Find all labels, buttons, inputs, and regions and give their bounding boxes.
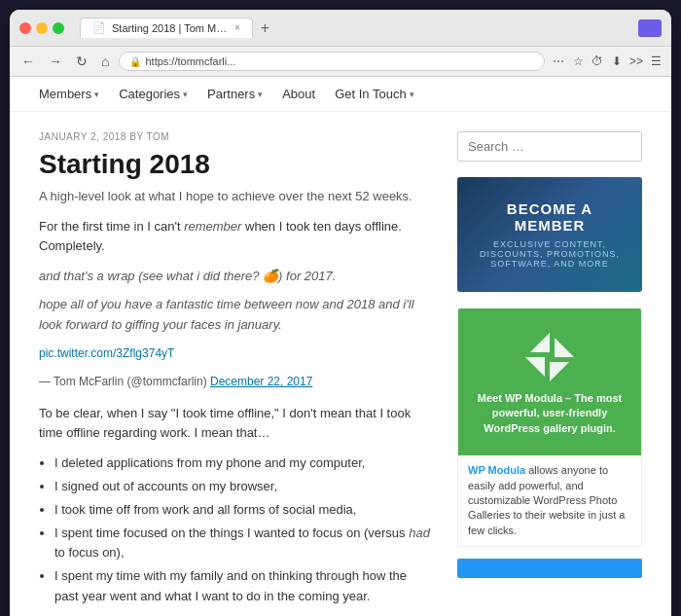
active-tab[interactable]: 📄 Starting 2018 | Tom McFarlin × bbox=[80, 18, 253, 38]
nav-categories[interactable]: Categories ▾ bbox=[119, 87, 188, 101]
address-bar: ← → ↻ ⌂ 🔒 https://tommcfarli... ⋯ ☆ ⏱ ⬇ … bbox=[10, 47, 671, 77]
nav-partners[interactable]: Partners ▾ bbox=[207, 87, 263, 101]
url-text: https://tommcfarli... bbox=[145, 55, 534, 67]
nav-get-in-touch[interactable]: Get In Touch ▾ bbox=[335, 87, 413, 101]
article-tweet-quote-2: hope all of you have a fantastic time be… bbox=[39, 295, 434, 336]
search-input[interactable] bbox=[458, 132, 641, 161]
svg-marker-4 bbox=[550, 362, 569, 381]
list-item: I signed out of accounts on my browser, bbox=[54, 477, 434, 497]
modula-logo-icon bbox=[520, 328, 579, 381]
article-tweet-link-para: pic.twitter.com/3Zflg374yT bbox=[39, 344, 434, 364]
minimize-button[interactable] bbox=[36, 22, 48, 34]
new-tab-button[interactable]: + bbox=[257, 19, 273, 37]
maximize-button[interactable] bbox=[53, 22, 64, 34]
menu-icon[interactable]: ☰ bbox=[648, 54, 663, 69]
wp-modula-graphic: Meet WP Modula – The most powerful, user… bbox=[458, 308, 641, 455]
downloads-icon[interactable]: ⬇ bbox=[609, 54, 625, 69]
become-member-banner[interactable]: BECOME A MEMBER EXCLUSIVE CONTENT, DISCO… bbox=[457, 177, 642, 292]
nav-members[interactable]: Members ▾ bbox=[39, 87, 99, 101]
article: JANUARY 2, 2018 BY TOM Starting 2018 A h… bbox=[39, 131, 434, 616]
tab-title: Starting 2018 | Tom McFarlin bbox=[112, 22, 229, 34]
article-body: For the first time in I can't remember w… bbox=[39, 217, 434, 616]
get-in-touch-arrow-icon: ▾ bbox=[410, 90, 414, 99]
traffic-lights bbox=[19, 22, 64, 34]
title-bar: 📄 Starting 2018 | Tom McFarlin × + bbox=[10, 10, 671, 47]
home-button[interactable]: ⌂ bbox=[97, 52, 113, 71]
site-nav: Members ▾ Categories ▾ Partners ▾ About … bbox=[10, 77, 671, 112]
tweet-date-link[interactable]: December 22, 2017 bbox=[210, 375, 312, 388]
list-item: I deleted applications from my phone and… bbox=[54, 453, 434, 474]
wp-modula-banner[interactable]: Meet WP Modula – The most powerful, user… bbox=[457, 308, 642, 547]
history-icon[interactable]: ⏱ bbox=[590, 54, 605, 69]
tab-favicon: 📄 bbox=[92, 21, 106, 34]
search-box bbox=[457, 131, 642, 162]
article-para-2: To be clear, when I say "I took time off… bbox=[39, 404, 434, 445]
bookmark-icon[interactable]: ☆ bbox=[570, 54, 586, 69]
more-tools-icon[interactable]: >> bbox=[628, 54, 644, 69]
article-tweet-attribution: — Tom McFarlin (@tommcfarlin) December 2… bbox=[39, 373, 434, 391]
list-item: I spent time focused on the things I wan… bbox=[54, 524, 434, 564]
become-member-subtitle: EXCLUSIVE CONTENT, DISCOUNTS, PROMOTIONS… bbox=[471, 239, 628, 269]
svg-marker-2 bbox=[530, 333, 550, 352]
svg-marker-5 bbox=[525, 357, 545, 377]
wp-modula-tagline: Meet WP Modula – The most powerful, user… bbox=[472, 391, 627, 436]
main-layout: JANUARY 2, 2018 BY TOM Starting 2018 A h… bbox=[10, 112, 671, 616]
bottom-banner bbox=[457, 559, 642, 578]
url-field[interactable]: 🔒 https://tommcfarli... bbox=[119, 52, 545, 71]
become-member-title: BECOME A MEMBER bbox=[471, 200, 628, 234]
wp-modula-description: WP Modula allows anyone to easily add po… bbox=[458, 455, 641, 546]
tab-close-icon[interactable]: × bbox=[234, 22, 240, 33]
browser-window: 📄 Starting 2018 | Tom McFarlin × + ← → ↻… bbox=[10, 10, 671, 616]
article-subtitle: A high-level look at what I hope to achi… bbox=[39, 189, 434, 203]
search-button[interactable] bbox=[641, 132, 642, 161]
sidebar: BECOME A MEMBER EXCLUSIVE CONTENT, DISCO… bbox=[457, 131, 642, 616]
refresh-button[interactable]: ↻ bbox=[72, 52, 91, 71]
members-arrow-icon: ▾ bbox=[94, 90, 99, 99]
article-tweet-quote-1: and that's a wrap (see what i did there?… bbox=[39, 267, 434, 287]
extensions-icon[interactable]: ⋯ bbox=[551, 54, 566, 69]
article-title: Starting 2018 bbox=[39, 148, 434, 181]
toolbar-icons: ⋯ ☆ ⏱ ⬇ >> ☰ bbox=[551, 54, 663, 69]
list-item: I took time off from work and all forms … bbox=[54, 500, 434, 521]
partners-arrow-icon: ▾ bbox=[258, 90, 263, 99]
close-button[interactable] bbox=[19, 22, 31, 34]
tab-bar: 📄 Starting 2018 | Tom McFarlin × + bbox=[80, 18, 630, 38]
tweet-link[interactable]: pic.twitter.com/3Zflg374yT bbox=[39, 346, 174, 360]
back-button[interactable]: ← bbox=[18, 52, 39, 71]
profile-icon[interactable] bbox=[638, 19, 662, 37]
article-meta: JANUARY 2, 2018 BY TOM bbox=[39, 131, 434, 142]
forward-button[interactable]: → bbox=[45, 52, 66, 71]
article-list: I deleted applications from my phone and… bbox=[54, 453, 434, 607]
nav-about[interactable]: About bbox=[282, 87, 315, 101]
svg-marker-3 bbox=[555, 338, 574, 357]
lock-icon: 🔒 bbox=[129, 56, 141, 67]
categories-arrow-icon: ▾ bbox=[183, 90, 188, 99]
article-para-1: For the first time in I can't remember w… bbox=[39, 217, 434, 258]
wp-modula-link[interactable]: WP Modula bbox=[468, 464, 525, 476]
list-item: I spent my time with my family and on th… bbox=[54, 566, 434, 607]
